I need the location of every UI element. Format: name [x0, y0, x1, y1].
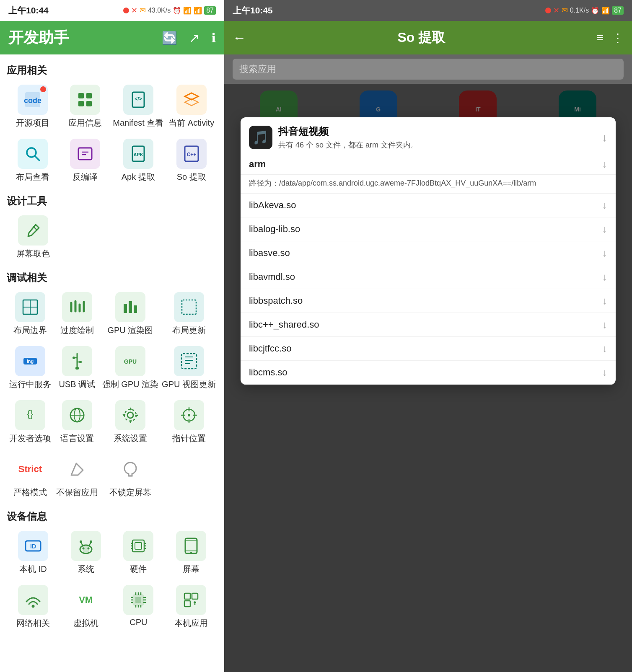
badge-dot: [40, 86, 46, 92]
strict-text: Strict: [18, 464, 42, 475]
system-icon-box: [71, 531, 101, 561]
item-label: CPU: [130, 618, 147, 627]
item-decompile[interactable]: 反编译: [59, 134, 111, 187]
item-screen[interactable]: 屏幕: [165, 527, 218, 579]
file-row-2[interactable]: libalog-lib.so ↓: [241, 217, 616, 241]
item-force-gpu[interactable]: GPU 强制 GPU 渲染: [101, 342, 160, 394]
gpu-chart-icon: [121, 298, 140, 316]
settings-icon: [121, 406, 140, 424]
layout-border-icon: [21, 298, 39, 316]
item-so-extract[interactable]: C++ So 提取: [165, 134, 218, 187]
device-id-icon-box: ID: [18, 531, 48, 561]
list-view-icon[interactable]: ≡: [597, 31, 604, 45]
item-gpu-chart[interactable]: GPU 渲染图: [101, 288, 160, 340]
item-running-service[interactable]: ing 运行中服务: [7, 342, 54, 394]
item-manifest[interactable]: </> Manifest 查看: [111, 80, 165, 133]
file-row-3[interactable]: libasve.so ↓: [241, 241, 616, 265]
refresh-icon[interactable]: 🔄: [162, 31, 177, 45]
item-cpu[interactable]: CPU: [112, 581, 165, 633]
language-icon-box: [62, 400, 92, 430]
item-strict-mode[interactable]: Strict 严格模式: [7, 450, 54, 502]
service-icon: ing: [21, 352, 39, 370]
file-download[interactable]: ↓: [602, 343, 607, 354]
file-row-7[interactable]: libcjtfcc.so ↓: [241, 337, 616, 361]
svg-point-49: [124, 409, 136, 421]
file-download[interactable]: ↓: [602, 367, 607, 378]
status-clock-icon: ⏰: [173, 7, 181, 15]
item-usb-debug[interactable]: USB 调试: [54, 342, 101, 394]
file-row-6[interactable]: libc++_shared.so ↓: [241, 313, 616, 337]
item-open-source[interactable]: code 开源项目: [7, 80, 59, 133]
file-row-8[interactable]: libcms.so ↓: [241, 361, 616, 385]
vm-icon-box: VM: [71, 585, 101, 615]
file-row-5[interactable]: libbspatch.so ↓: [241, 289, 616, 313]
item-vm[interactable]: VM 虚拟机: [60, 581, 112, 633]
force-gpu-icon: GPU: [121, 352, 140, 370]
language-icon: [68, 406, 86, 424]
item-overdraw[interactable]: 过度绘制: [54, 288, 101, 340]
right-panel: 上午10:45 ✕ ✉ 0.1K/s ⏰ 📶 87 ← So 提取 ≡ ⋮ 搜: [224, 0, 632, 672]
file-row-1[interactable]: libAkeva.so ↓: [241, 194, 616, 217]
layout-update-icon-box: [174, 292, 204, 322]
section-title-design: 设计工具: [7, 189, 218, 211]
status-speed: 43.0K/s: [148, 7, 171, 14]
item-layout-border[interactable]: 布局边界: [7, 288, 54, 340]
left-header-title: 开发助手: [8, 28, 162, 48]
usb-debug-icon-box: [62, 346, 92, 376]
svg-rect-94: [184, 593, 190, 599]
file-download[interactable]: ↓: [602, 247, 607, 259]
item-label: 运行中服务: [9, 379, 51, 390]
layout-view-icon-box: [18, 139, 48, 169]
file-download[interactable]: ↓: [602, 223, 607, 235]
file-download[interactable]: ↓: [602, 271, 607, 283]
item-label: 指针位置: [172, 433, 206, 444]
item-language[interactable]: 语言设置: [54, 396, 101, 448]
item-local-apps[interactable]: 本机应用: [165, 581, 218, 633]
popup-folder-row: arm ↓: [241, 154, 616, 175]
popup-header-download[interactable]: ↓: [602, 131, 607, 144]
item-label: 硬件: [130, 563, 147, 575]
item-gpu-view[interactable]: GPU 视图更新: [160, 342, 218, 394]
code-icon: code: [23, 90, 42, 109]
popup-file-list[interactable]: libAkeva.so ↓ libalog-lib.so ↓ libasve.s…: [241, 194, 616, 385]
svg-text:APK: APK: [133, 152, 143, 157]
search-placeholder: 搜索应用: [239, 64, 276, 74]
item-dev-options[interactable]: {} 开发者选项: [7, 396, 54, 448]
dev-options-icon-box: {}: [15, 400, 45, 430]
file-download[interactable]: ↓: [602, 199, 607, 211]
item-apk-extract[interactable]: APK Apk 提取: [111, 134, 165, 187]
item-no-lock[interactable]: 不锁定屏幕: [101, 450, 160, 502]
popup-folder-name: arm: [249, 159, 602, 170]
file-row-4[interactable]: libavmdl.so ↓: [241, 265, 616, 289]
svg-point-66: [90, 540, 92, 543]
item-label: 屏幕: [183, 563, 199, 575]
item-label: GPU 渲染图: [107, 325, 153, 336]
share-icon[interactable]: ↗: [189, 31, 199, 45]
item-device-id[interactable]: ID 本机 ID: [7, 527, 60, 579]
item-layout-update[interactable]: 布局更新: [160, 288, 218, 340]
item-app-info[interactable]: 应用信息: [59, 80, 111, 133]
search-input[interactable]: 搜索应用: [233, 59, 624, 80]
grid-icon: [76, 90, 94, 109]
item-layout-view[interactable]: 布局查看: [7, 134, 59, 187]
decompile-icon: [76, 145, 94, 163]
right-header: ← So 提取 ≡ ⋮: [224, 21, 632, 54]
item-color-picker[interactable]: 屏幕取色: [7, 211, 60, 264]
item-hardware[interactable]: 硬件: [112, 527, 165, 579]
gpu-view-icon-box: [174, 346, 204, 376]
item-network[interactable]: 网络相关: [7, 581, 60, 633]
item-label: GPU 视图更新: [162, 379, 216, 390]
item-system[interactable]: 系统: [60, 527, 112, 579]
item-activity[interactable]: 当前 Activity: [165, 80, 218, 133]
item-no-retain[interactable]: 不保留应用: [54, 450, 101, 502]
file-download[interactable]: ↓: [602, 319, 607, 331]
more-options-icon[interactable]: ⋮: [612, 31, 624, 45]
back-button[interactable]: ←: [233, 30, 246, 46]
file-download[interactable]: ↓: [602, 295, 607, 307]
item-system-settings[interactable]: 系统设置: [101, 396, 160, 448]
item-pointer[interactable]: 指针位置: [160, 396, 218, 448]
popup-folder-download[interactable]: ↓: [602, 158, 607, 170]
status-icon-mail2: ✉: [562, 6, 568, 15]
svg-rect-81: [135, 597, 141, 603]
info-icon[interactable]: ℹ: [211, 31, 216, 45]
